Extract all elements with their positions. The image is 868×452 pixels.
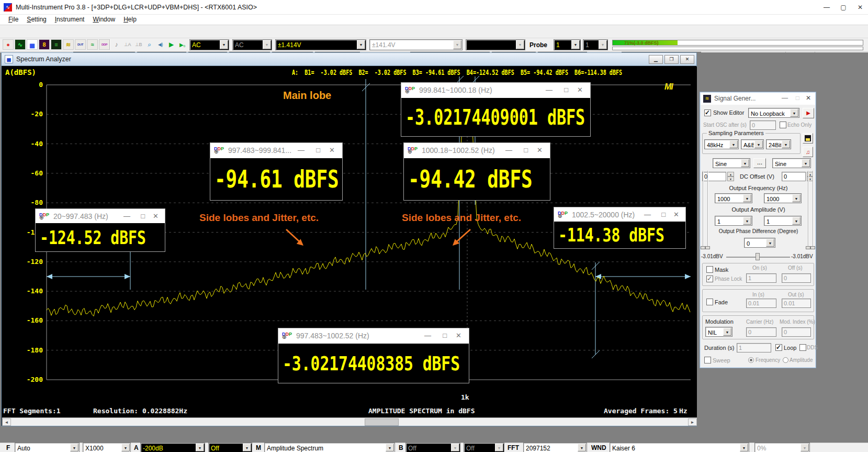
- measurement-popup-low-band[interactable]: DDP⊕ 20~997.483 (Hz) — □ ✕ -124.52 dBFS: [35, 208, 165, 252]
- sweep-checkbox[interactable]: [704, 357, 711, 363]
- popup-maximize-icon[interactable]: □: [661, 211, 666, 218]
- mask-checkbox[interactable]: [706, 266, 713, 273]
- popup-close-icon[interactable]: ✕: [577, 86, 583, 94]
- phase-combo[interactable]: 0▼: [744, 238, 775, 248]
- scrollbar-thumb[interactable]: [365, 418, 399, 426]
- x-scale-combo[interactable]: X1000▼: [83, 443, 131, 452]
- slider-thumb[interactable]: [806, 246, 810, 249]
- loop-checkbox[interactable]: [775, 344, 782, 351]
- menu-window[interactable]: Window: [88, 15, 119, 24]
- spectrum-mode-combo[interactable]: Amplitude Spectrum▼: [264, 443, 395, 452]
- sg-save-icon[interactable]: [803, 133, 813, 144]
- fft-size-combo[interactable]: 2097152▼: [523, 443, 587, 452]
- popup-minimize-icon[interactable]: —: [424, 332, 431, 339]
- sg-play-icon[interactable]: ▶: [803, 108, 814, 118]
- amplitude-slider-a2[interactable]: [707, 171, 708, 249]
- menu-file[interactable]: File: [4, 15, 22, 24]
- menu-setting[interactable]: Setting: [22, 15, 50, 24]
- a-mode-combo[interactable]: Off▼: [208, 443, 252, 452]
- popup-close-icon[interactable]: ✕: [673, 211, 679, 218]
- popup-minimize-icon[interactable]: —: [298, 146, 305, 154]
- popup-minimize-icon[interactable]: —: [123, 212, 130, 220]
- signal-generator-titlebar[interactable]: ≋ Signal Gener... — □ ✕: [701, 93, 815, 105]
- sg-sample-rate-combo[interactable]: 48kHz▼: [704, 139, 739, 149]
- dc-offset-a-input[interactable]: 0: [702, 172, 726, 181]
- spectrum-analyzer-titlebar[interactable]: ▅ Spectrum Analyzer ▁ ❐ ✕: [2, 53, 696, 66]
- popup-close-icon[interactable]: ✕: [153, 212, 159, 220]
- sa-restore-icon[interactable]: ❐: [664, 55, 679, 64]
- window-maximize-icon[interactable]: ▢: [836, 2, 851, 13]
- amplitude-slider-a1[interactable]: [703, 171, 704, 249]
- lcr-meter-icon[interactable]: ≈: [87, 39, 98, 50]
- popup-maximize-icon[interactable]: □: [316, 146, 320, 154]
- sg-channel-combo[interactable]: A&B▼: [741, 139, 764, 149]
- popup-minimize-icon[interactable]: —: [546, 86, 553, 94]
- a-range-combo[interactable]: -200dB▼: [140, 443, 205, 452]
- measurement-popup-left-lobe[interactable]: DDP⊕ 997.483~999.841... — □ ✕ -94.61 dBF…: [210, 142, 343, 201]
- record-icon[interactable]: ●: [3, 39, 14, 50]
- device-test-plan-icon[interactable]: DUT: [75, 39, 86, 50]
- probe-calibration-icon[interactable]: ⌕: [144, 39, 155, 50]
- multimeter-icon[interactable]: 8: [39, 39, 50, 50]
- popup-titlebar[interactable]: DDP⊕ 1002.5~20000 (Hz) — □ ✕: [554, 207, 685, 222]
- frequency-b-combo[interactable]: 1000▼: [764, 193, 802, 203]
- dc-offset-b-input[interactable]: 0: [782, 172, 806, 181]
- slider-thumb[interactable]: [810, 246, 815, 249]
- play-icon[interactable]: ▶: [166, 39, 177, 50]
- waveform-b-combo[interactable]: Sine▼: [772, 158, 811, 168]
- sg-close-icon[interactable]: ✕: [806, 94, 811, 102]
- probe-a-combo[interactable]: 1▼: [554, 39, 581, 50]
- window-close-icon[interactable]: ✕: [852, 2, 868, 13]
- scroll-right-icon[interactable]: ►: [688, 418, 697, 426]
- slider-thumb[interactable]: [701, 246, 705, 249]
- frequency-a-combo[interactable]: 1000▼: [715, 193, 752, 203]
- measurement-popup-high-band[interactable]: DDP⊕ 1002.5~20000 (Hz) — □ ✕ -114.38 dBF…: [554, 207, 686, 249]
- measurement-popup-peak[interactable]: DDP⊕ 999.841~1000.18 (Hz) — □ ✕ -3.02174…: [401, 82, 591, 137]
- menu-help[interactable]: Help: [119, 15, 141, 24]
- scroll-left-icon[interactable]: ◄: [2, 418, 11, 426]
- popup-minimize-icon[interactable]: —: [505, 146, 512, 154]
- reference-a-icon[interactable]: ⊥A: [122, 39, 133, 50]
- show-editor-checkbox[interactable]: [704, 109, 711, 116]
- amplitude-slider-b2[interactable]: [813, 171, 814, 249]
- popup-close-icon[interactable]: ✕: [329, 146, 335, 154]
- play-loop-icon[interactable]: ▶₀: [177, 39, 188, 50]
- sg-minimize-icon[interactable]: —: [782, 94, 788, 102]
- oscilloscope-icon[interactable]: ∿: [15, 39, 26, 50]
- window-minimize-icon[interactable]: —: [819, 2, 835, 13]
- popup-titlebar[interactable]: DDP⊕ 1000.18~1002.52 (Hz) — □ ✕: [404, 143, 550, 158]
- loopback-combo[interactable]: No Loopback▼: [748, 108, 799, 118]
- coupling-a-combo[interactable]: AC▼: [189, 39, 229, 50]
- spectrum-3d-plot-icon[interactable]: ≡: [51, 39, 62, 50]
- popup-close-icon[interactable]: ✕: [456, 332, 461, 339]
- dc-offset-a-spinner[interactable]: ▲▼: [727, 172, 734, 181]
- range-a-combo[interactable]: ±1.414V▼: [275, 39, 366, 50]
- measurement-popup-total[interactable]: DDP⊕ 997.483~1002.52 (Hz) — □ ✕ -3.02174…: [278, 328, 469, 383]
- popup-maximize-icon[interactable]: □: [524, 146, 528, 154]
- speaker-icon[interactable]: ◀): [155, 39, 166, 50]
- amplitude-b-combo[interactable]: 1▼: [764, 216, 802, 226]
- popup-titlebar[interactable]: DDP⊕ 999.841~1000.18 (Hz) — □ ✕: [401, 83, 590, 98]
- ddp-viewer-icon[interactable]: DDP: [99, 39, 110, 50]
- horizontal-scrollbar[interactable]: ◄ ►: [2, 417, 697, 426]
- sound-input-icon[interactable]: ♪: [111, 39, 122, 50]
- balance-slider-thumb[interactable]: [756, 253, 760, 260]
- amplitude-a-combo[interactable]: 1▼: [715, 216, 752, 226]
- menu-instrument[interactable]: Instrument: [51, 15, 89, 24]
- sa-close-icon[interactable]: ✕: [680, 55, 694, 64]
- popup-minimize-icon[interactable]: —: [644, 211, 651, 218]
- amplitude-slider-b1[interactable]: [808, 171, 809, 249]
- spectrum-analyzer-icon[interactable]: ▅: [27, 39, 38, 50]
- popup-maximize-icon[interactable]: □: [564, 86, 568, 94]
- popup-titlebar[interactable]: DDP⊕ 997.483~1002.52 (Hz) — □ ✕: [278, 328, 469, 344]
- signal-generator-icon[interactable]: ≋: [63, 39, 74, 50]
- waveform-more-button[interactable]: ...: [753, 158, 766, 168]
- frequency-axis-combo[interactable]: Auto▼: [15, 443, 80, 452]
- sg-bits-combo[interactable]: 24Bit▼: [766, 139, 791, 149]
- popup-titlebar[interactable]: DDP⊕ 20~997.483 (Hz) — □ ✕: [36, 209, 165, 223]
- window-function-combo[interactable]: Kaiser 6▼: [610, 443, 749, 452]
- popup-close-icon[interactable]: ✕: [537, 146, 543, 154]
- sg-music-note-icon[interactable]: ♫: [803, 147, 813, 157]
- slider-thumb[interactable]: [705, 246, 710, 249]
- measurement-popup-right-lobe[interactable]: DDP⊕ 1000.18~1002.52 (Hz) — □ ✕ -94.42 d…: [403, 142, 550, 201]
